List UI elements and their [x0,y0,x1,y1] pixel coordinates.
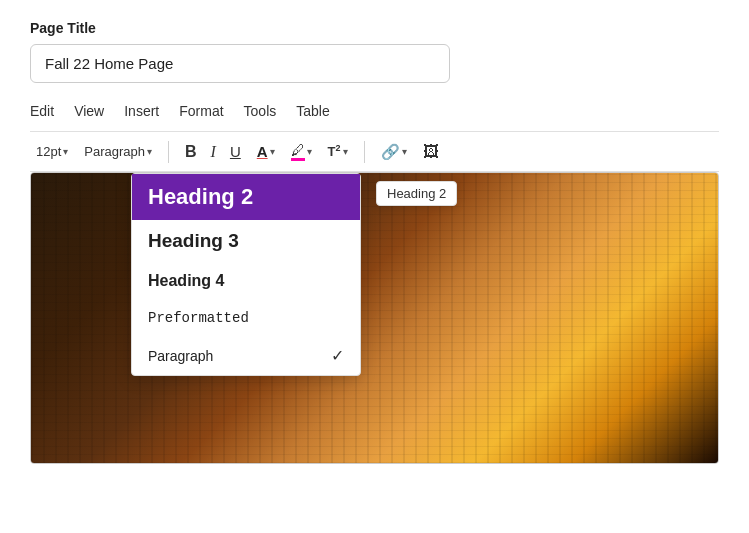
menu-item-view[interactable]: View [74,101,104,121]
dropdown-item-preformatted-label: Preformatted [148,310,249,326]
dropdown-item-heading3[interactable]: Heading 3 [132,220,360,262]
dropdown-item-paragraph[interactable]: Paragraph ✓ [132,336,360,375]
superscript-icon: T2 [328,143,341,159]
menu-item-edit[interactable]: Edit [30,101,54,121]
paragraph-style-button[interactable]: Paragraph ▾ [78,140,158,163]
divider-1 [168,141,169,163]
dropdown-item-heading2[interactable]: Heading 2 [132,174,360,220]
page-title-label: Page Title [30,20,719,36]
editor-area: Heading 2 Heading 3 Heading 4 Preformatt… [30,172,719,464]
superscript-group: T2 ▾ [322,139,354,163]
paragraph-style-dropdown: Heading 2 Heading 3 Heading 4 Preformatt… [131,173,361,376]
toolbar: 12pt ▾ Paragraph ▾ B I U A ▾ 🖊 ▾ T2 ▾ [30,131,719,172]
image-group: 🖼 [417,139,445,165]
heading2-tooltip: Heading 2 [376,181,457,206]
link-group: 🔗 ▾ [375,139,413,165]
menu-item-insert[interactable]: Insert [124,101,159,121]
image-icon: 🖼 [423,143,439,161]
highlight-group: 🖊 ▾ [285,138,318,165]
dropdown-item-preformatted[interactable]: Preformatted [132,300,360,336]
paragraph-style-value: Paragraph [84,144,145,159]
underline-button[interactable]: U [224,139,247,164]
paragraph-checkmark-icon: ✓ [331,346,344,365]
page-title-input[interactable] [30,44,450,83]
superscript-chevron-icon: ▾ [343,146,348,157]
font-size-button[interactable]: 12pt ▾ [30,140,74,163]
menu-item-table[interactable]: Table [296,101,329,121]
font-size-group: 12pt ▾ [30,140,74,163]
dropdown-item-heading4-label: Heading 4 [148,272,224,290]
menu-item-tools[interactable]: Tools [244,101,277,121]
menu-bar: Edit View Insert Format Tools Table [30,101,719,121]
highlight-chevron-icon: ▾ [307,146,312,157]
text-color-chevron-icon: ▾ [270,146,275,157]
highlight-icon: 🖊 [291,142,305,161]
dropdown-item-paragraph-label: Paragraph [148,348,213,364]
dropdown-item-heading3-label: Heading 3 [148,230,239,252]
link-chevron-icon: ▾ [402,146,407,157]
font-size-chevron-icon: ▾ [63,146,68,157]
menu-item-format[interactable]: Format [179,101,223,121]
dropdown-item-heading4[interactable]: Heading 4 [132,262,360,300]
image-button[interactable]: 🖼 [417,139,445,165]
highlight-button[interactable]: 🖊 ▾ [285,138,318,165]
bold-button[interactable]: B [179,139,203,165]
text-format-group: B I U [179,139,247,165]
dropdown-item-heading2-label: Heading 2 [148,184,253,210]
link-button[interactable]: 🔗 ▾ [375,139,413,165]
paragraph-style-group: Paragraph ▾ [78,140,158,163]
paragraph-chevron-icon: ▾ [147,146,152,157]
italic-button[interactable]: I [205,139,222,165]
superscript-button[interactable]: T2 ▾ [322,139,354,163]
divider-2 [364,141,365,163]
link-icon: 🔗 [381,143,400,161]
text-color-group: A ▾ [251,139,281,164]
font-size-value: 12pt [36,144,61,159]
text-color-button[interactable]: A ▾ [251,139,281,164]
text-color-icon: A [257,143,268,160]
